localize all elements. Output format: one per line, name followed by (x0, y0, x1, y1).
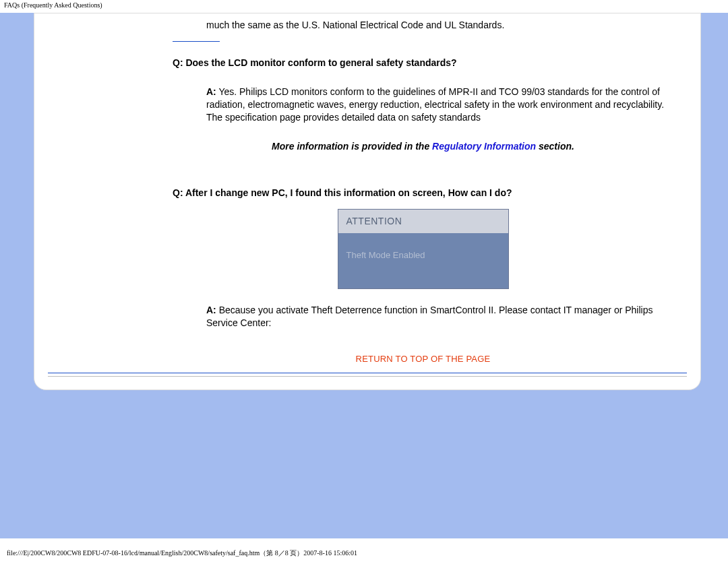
rule-blue (48, 373, 687, 373)
faq-q1: Q: Does the LCD monitor conform to gener… (173, 57, 673, 124)
bottom-rules (34, 373, 700, 377)
regulatory-info-link[interactable]: Regulatory Information (432, 141, 536, 152)
footer-path: file:///E|/200CW8/200CW8 EDFU-07-08-16/l… (7, 549, 357, 558)
dialog-title: ATTENTION (338, 210, 508, 233)
dialog-body: Theft Mode Enabled (338, 233, 508, 288)
content-panel: much the same as the U.S. National Elect… (34, 13, 701, 390)
faq-q2: Q: After I change new PC, I found this i… (173, 187, 673, 329)
q1-prefix: Q: (173, 57, 183, 68)
q1-answer: A: Yes. Philips LCD monitors conform to … (173, 86, 673, 124)
return-top-link[interactable]: RETURN TO TOP OF THE PAGE (356, 354, 491, 364)
q2-a-prefix: A: (206, 305, 216, 315)
rule-gray (48, 376, 687, 377)
q2-answer: A: Because you activate Theft Deterrence… (173, 304, 673, 330)
q2-question: After I change new PC, I found this info… (183, 187, 512, 198)
return-top-container: RETURN TO TOP OF THE PAGE (173, 352, 673, 365)
more-info-after: section. (536, 141, 574, 152)
q1-question: Does the LCD monitor conform to general … (183, 57, 457, 68)
intro-fragment: much the same as the U.S. National Elect… (173, 19, 673, 32)
q2-prefix: Q: (173, 187, 183, 198)
q2-answer-text: Because you activate Theft Deterrence fu… (206, 305, 653, 328)
section-separator (173, 41, 220, 42)
more-info-line: More information is provided in the Regu… (173, 141, 673, 152)
window-title: FAQs (Frequently Asked Questions) (0, 0, 728, 13)
page-background: much the same as the U.S. National Elect… (0, 13, 728, 538)
q1-answer-text: Yes. Philips LCD monitors conform to the… (206, 86, 664, 123)
q1-a-prefix: A: (206, 86, 216, 97)
attention-dialog: ATTENTION Theft Mode Enabled (338, 209, 509, 288)
more-info-before: More information is provided in the (272, 141, 432, 152)
